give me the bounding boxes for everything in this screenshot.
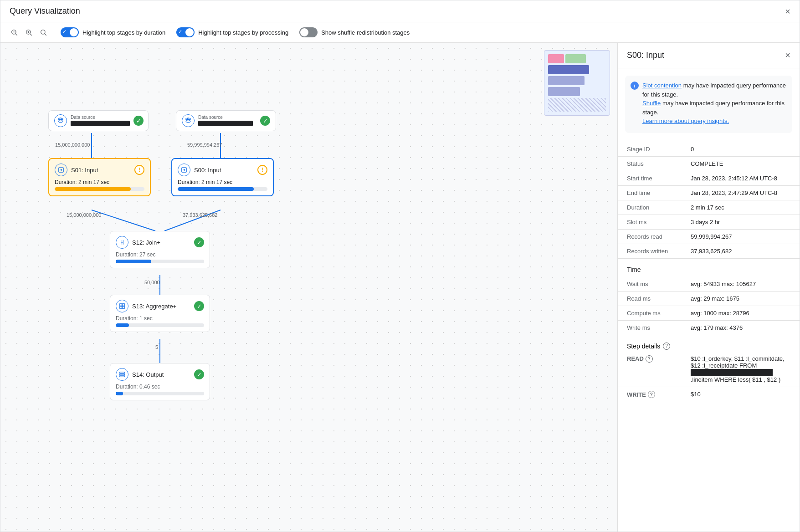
svg-line-8 (45, 34, 46, 36)
s01-title: S01: Input (71, 167, 131, 174)
end-time-label: End time (627, 189, 691, 196)
s12-icon (116, 236, 128, 249)
mini-chart-bottom (548, 98, 606, 112)
duration-value: 2 min 17 sec (691, 204, 790, 211)
s12-header: S12: Join+ ✓ (116, 236, 204, 249)
s14-bar-container (116, 392, 204, 395)
panel-close-button[interactable]: × (785, 50, 790, 61)
svg-rect-22 (123, 304, 125, 306)
zoom-reset-button[interactable] (37, 26, 50, 39)
datasource-label-1: Data source (71, 115, 130, 120)
panel-title: S00: Input (627, 51, 664, 60)
ds2-records-label: 59,999,994,267 (187, 142, 222, 148)
app-window: Query Visualization × (0, 0, 800, 532)
records-read-label: Records read (627, 233, 691, 240)
slot-ms-row: Slot ms 3 days 2 hr (618, 215, 800, 230)
toggle-label-2: Highlight top stages by processing (198, 29, 288, 36)
canvas-area[interactable]: Data source ✓ Data source (0, 43, 617, 532)
datasource-node-2[interactable]: Data source ✓ (176, 110, 276, 131)
zoom-in-button[interactable] (22, 26, 35, 39)
status-label: Status (627, 160, 691, 167)
info-row-1: i Slot contention may have impacted quer… (631, 81, 787, 126)
s00-icon (178, 164, 190, 176)
node-s13[interactable]: S13: Aggregate+ ✓ Duration: 1 sec (110, 295, 210, 332)
mini-chart-row-4 (548, 87, 606, 96)
toggle-check-1: ✓ (62, 29, 67, 35)
node-s14[interactable]: S14: Output ✓ Duration: 0.46 sec (110, 363, 210, 400)
records-written-label: Records written (627, 248, 691, 255)
svg-point-16 (58, 118, 63, 120)
read-table-redacted (691, 369, 773, 376)
s01-icon (55, 164, 67, 176)
ds1-records-label: 15,000,000,000 (55, 142, 90, 148)
end-time-value: Jan 28, 2023, 2:47:29 AM UTC-8 (691, 189, 790, 196)
window-close-button[interactable]: × (785, 7, 790, 16)
toggle-highlight-duration-switch[interactable]: ✓ (61, 27, 79, 37)
node-s01[interactable]: S01: Input ! Duration: 2 min 17 sec (48, 158, 151, 196)
datasource-icon-2 (182, 114, 195, 127)
s00-bar-container (178, 187, 267, 191)
compute-ms-label: Compute ms (627, 310, 691, 317)
s00-bar (178, 187, 254, 191)
slot-contention-link[interactable]: Slot contention (642, 82, 682, 89)
wait-ms-label: Wait ms (627, 281, 691, 287)
start-time-row: Start time Jan 28, 2023, 2:45:12 AM UTC-… (618, 171, 800, 186)
step-details-title: Step details (627, 343, 660, 350)
datasource-icon-1 (54, 114, 67, 127)
s01-bar (55, 187, 131, 191)
node-s00[interactable]: S00: Input ! Duration: 2 min 17 sec (171, 158, 274, 196)
shuffle-link[interactable]: Shuffle (642, 100, 661, 107)
s14-duration: Duration: 0.46 sec (116, 384, 204, 390)
compute-ms-row: Compute ms avg: 1000 max: 28796 (618, 306, 800, 321)
toggle-highlight-processing[interactable]: ✓ Highlight top stages by processing (176, 27, 288, 37)
svg-rect-24 (123, 307, 125, 309)
step-details-header: Step details ? (618, 337, 800, 352)
read-suffix-text: .lineitem WHERE less( $11 , $12 ) (691, 376, 780, 383)
s13-bar-container (116, 323, 204, 327)
title-bar: Query Visualization × (0, 0, 800, 22)
toggle-highlight-duration[interactable]: ✓ Highlight top stages by duration (61, 27, 165, 37)
write-help-icon[interactable]: ? (648, 391, 655, 398)
toggle-show-shuffle-switch[interactable] (299, 27, 318, 37)
write-ms-label: Write ms (627, 324, 691, 331)
s14-status: ✓ (194, 369, 204, 379)
toggle-show-shuffle[interactable]: Show shuffle redistribution stages (299, 27, 410, 37)
mini-bar-green (565, 54, 586, 63)
s14-header: S14: Output ✓ (116, 368, 204, 381)
s00-duration: Duration: 2 min 17 sec (178, 179, 267, 185)
toggle-highlight-processing-switch[interactable]: ✓ (176, 27, 195, 37)
s13-records-out: 5 (155, 344, 158, 350)
learn-more-link[interactable]: Learn more about query insights. (642, 118, 729, 124)
toggle-label-1: Highlight top stages by duration (82, 29, 165, 36)
mini-bar-4 (548, 87, 580, 96)
info-text-2-suffix: may have impacted query performance for … (642, 100, 785, 116)
stage-id-value: 0 (691, 146, 790, 153)
slot-ms-label: Slot ms (627, 219, 691, 225)
duration-row: Duration 2 min 17 sec (618, 200, 800, 215)
s12-bar-container (116, 260, 204, 263)
s12-bar (116, 260, 151, 263)
read-ms-value: avg: 29 max: 1675 (691, 295, 790, 302)
stage-id-label: Stage ID (627, 146, 691, 153)
read-help-icon[interactable]: ? (646, 355, 653, 363)
read-step-label: READ ? (627, 355, 691, 363)
zoom-controls (8, 26, 50, 39)
step-details-help-icon[interactable]: ? (663, 343, 670, 350)
svg-line-4 (30, 34, 32, 36)
datasource-node-1[interactable]: Data source ✓ (48, 110, 149, 131)
node-s12[interactable]: S12: Join+ ✓ Duration: 27 sec (110, 231, 210, 268)
write-step-value: $10 (691, 391, 790, 398)
info-icon: i (631, 82, 639, 90)
s00-header: S00: Input ! (178, 164, 267, 176)
s13-status: ✓ (194, 301, 204, 311)
end-time-row: End time Jan 28, 2023, 2:47:29 AM UTC-8 (618, 186, 800, 200)
wait-ms-row: Wait ms avg: 54933 max: 105627 (618, 277, 800, 292)
panel-header: S00: Input × (618, 43, 800, 68)
duration-label: Duration (627, 204, 691, 211)
time-table: Wait ms avg: 54933 max: 105627 Read ms a… (618, 275, 800, 337)
s00-status: ! (257, 165, 267, 175)
main-content: Data source ✓ Data source (0, 43, 800, 532)
compute-ms-value: avg: 1000 max: 28796 (691, 310, 790, 317)
s12-records-out: 50,000 (144, 280, 160, 285)
zoom-out-button[interactable] (8, 26, 21, 39)
